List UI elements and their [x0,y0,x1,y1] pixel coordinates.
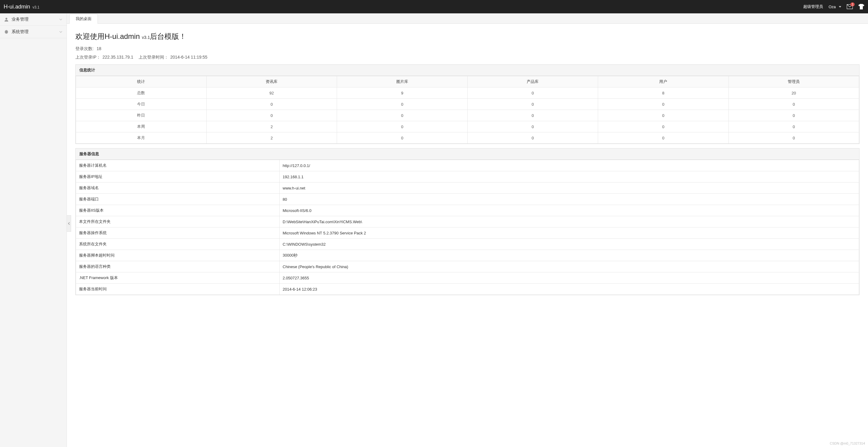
server-key: 系统所在文件夹 [76,239,280,250]
skin-icon[interactable] [858,4,864,9]
server-value: http://127.0.0.1/ [280,160,859,171]
watermark: CSDN @m0_71327314 [830,442,865,445]
stats-cell: 2 [206,121,337,132]
table-row: 系统所在文件夹C:\WINDOWS\system32 [76,239,859,250]
stats-table-header-row: 统计资讯库图片库产品库用户管理员 [76,76,859,88]
stats-cell: 0 [598,132,729,144]
login-last-line: 上次登录IP：222.35.131.79.1 上次登录时间：2014-6-14 … [75,55,860,60]
stats-cell: 0 [467,110,598,121]
welcome-prefix: 欢迎使用H-ui.admin [75,32,142,40]
table-row: 本文件所在文件夹D:\WebSite\HanXiPuTai.com\XinYiC… [76,216,859,228]
stats-cell: 9 [337,88,468,99]
server-panel: 服务器信息 服务器计算机名http://127.0.0.1/服务器IP地址192… [75,148,860,295]
stats-col-5: 管理员 [728,76,859,88]
chevron-down-icon [839,6,841,8]
table-row: 今日00000 [76,99,859,110]
stats-col-2: 图片库 [337,76,468,88]
user-icon [4,17,9,22]
welcome-heading: 欢迎使用H-ui.admin v3.1后台模版！ [75,32,860,41]
login-count-line: 登录次数: 18 [75,46,860,51]
server-key: 服务器域名 [76,182,280,194]
server-table: 服务器计算机名http://127.0.0.1/服务器IP地址192.168.1… [76,160,859,295]
mail-badge: 1 [850,2,855,6]
stats-col-1: 资讯库 [206,76,337,88]
last-ip-value: 222.35.131.79.1 [102,55,133,60]
table-row: 本周20000 [76,121,859,132]
stats-cell: 20 [728,88,859,99]
stats-cell: 0 [467,99,598,110]
server-key: 服务器的语言种类 [76,261,280,272]
stats-col-3: 产品库 [467,76,598,88]
stats-row-label: 总数 [76,88,207,99]
table-row: 服务器IP地址192.168.1.1 [76,171,859,182]
login-count-value: 18 [97,46,101,51]
stats-cell: 2 [206,132,337,144]
gear-icon [4,30,9,34]
server-key: 服务器操作系统 [76,228,280,239]
user-name: Oza [829,5,836,9]
sidebar-item-system[interactable]: 系统管理 [0,26,67,38]
content[interactable]: 欢迎使用H-ui.admin v3.1后台模版！ 登录次数: 18 上次登录IP… [67,24,868,447]
server-value: C:\WINDOWS\system32 [280,239,859,250]
tabbar: 我的桌面 [67,13,868,24]
last-time-value: 2014-6-14 11:19:55 [170,55,207,60]
last-ip-label: 上次登录IP： [75,55,101,60]
main: 我的桌面 欢迎使用H-ui.admin v3.1后台模版！ 登录次数: 18 上… [67,13,868,447]
stats-col-0: 统计 [76,76,207,88]
mail-icon[interactable]: 1 [847,4,853,9]
server-value: Chinese (People's Republic of China) [280,261,859,272]
tab-desktop[interactable]: 我的桌面 [69,14,98,24]
server-key: 服务器计算机名 [76,160,280,171]
server-key: 服务器IIS版本 [76,205,280,216]
stats-cell: 0 [206,99,337,110]
server-value: Microsoft Windows NT 5.2.3790 Service Pa… [280,228,859,239]
stats-row-label: 今日 [76,99,207,110]
topbar: H-ui.admin v3.1 超级管理员 Oza 1 [0,0,868,13]
stats-cell: 0 [337,121,468,132]
server-panel-title: 服务器信息 [76,148,859,160]
table-row: 服务器域名www.h-ui.net [76,182,859,194]
table-row: 总数9290820 [76,88,859,99]
table-row: 服务器IIS版本Microsoft-IIS/6.0 [76,205,859,216]
table-row: 服务器操作系统Microsoft Windows NT 5.2.3790 Ser… [76,228,859,239]
server-value: 80 [280,194,859,205]
stats-table: 统计资讯库图片库产品库用户管理员 总数9290820今日00000昨日00000… [76,76,859,144]
brand-version: v3.1 [33,5,39,9]
sidebar-item-business[interactable]: 业务管理 [0,13,67,26]
sidebar-item-label: 业务管理 [11,17,29,22]
table-row: 昨日00000 [76,110,859,121]
table-row: .NET Framework 版本2.050727.3655 [76,272,859,284]
stats-panel-title: 信息统计 [76,65,859,76]
server-value: 2014-6-14 12:06:23 [280,284,859,295]
table-row: 本月20000 [76,132,859,144]
user-role: 超级管理员 [803,4,823,9]
sidebar: 业务管理 系统管理 [0,13,67,447]
sidebar-collapse-handle[interactable] [67,215,71,232]
server-key: 服务器IP地址 [76,171,280,182]
stats-cell: 0 [337,132,468,144]
stats-cell: 0 [598,110,729,121]
table-row: 服务器的语言种类Chinese (People's Republic of Ch… [76,261,859,272]
stats-cell: 0 [598,121,729,132]
stats-cell: 0 [467,88,598,99]
stats-row-label: 本月 [76,132,207,144]
stats-cell: 92 [206,88,337,99]
server-key: .NET Framework 版本 [76,272,280,284]
server-value: www.h-ui.net [280,182,859,194]
server-value: D:\WebSite\HanXiPuTai.com\XinYiCMS.Web\ [280,216,859,228]
stats-cell: 0 [206,110,337,121]
stats-row-label: 昨日 [76,110,207,121]
chevron-down-icon [59,19,62,20]
stats-cell: 0 [728,121,859,132]
server-key: 服务器脚本超时时间 [76,250,280,261]
stats-cell: 0 [728,132,859,144]
table-row: 服务器端口80 [76,194,859,205]
stats-cell: 0 [728,110,859,121]
brand: H-ui.admin v3.1 [4,4,39,10]
user-menu[interactable]: Oza [829,5,841,9]
login-count-label: 登录次数: [75,46,94,51]
server-value: 30000秒 [280,250,859,261]
svg-point-1 [5,18,7,20]
stats-col-4: 用户 [598,76,729,88]
stats-row-label: 本周 [76,121,207,132]
